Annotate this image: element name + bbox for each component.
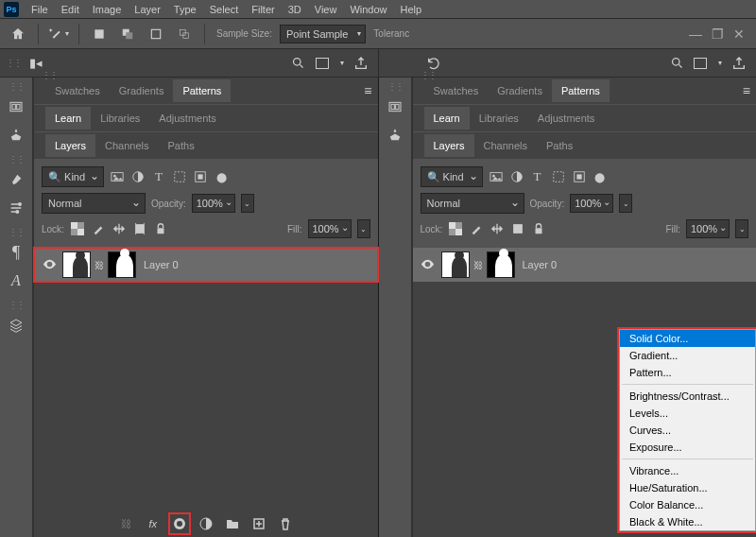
filter-type-icon[interactable]: T — [151, 169, 166, 184]
search-icon-2[interactable] — [669, 56, 684, 71]
camera-icon[interactable]: ▮◂ — [28, 56, 43, 71]
tool-layers-icon[interactable] — [3, 312, 29, 338]
tool-ship-icon[interactable] — [382, 122, 408, 148]
menu-exposure[interactable]: Exposure... — [620, 439, 755, 456]
menu-colorbalance[interactable]: Color Balance... — [620, 496, 755, 513]
fill-value[interactable]: 100% — [686, 219, 730, 238]
fx-icon[interactable]: fx — [146, 516, 161, 531]
tab-layers[interactable]: Layers — [424, 134, 474, 157]
menu-filter[interactable]: Filter — [245, 4, 281, 15]
tab-paths[interactable]: Paths — [537, 134, 582, 157]
menu-layer[interactable]: Layer — [128, 4, 167, 15]
panel-menu-icon[interactable]: ≡ — [364, 83, 371, 98]
fill-value[interactable]: 100% — [308, 219, 352, 238]
tab-layers[interactable]: Layers — [45, 134, 95, 157]
lock-artboard-icon[interactable] — [132, 221, 147, 236]
tool-glyph-icon[interactable]: A — [3, 268, 29, 294]
menu-help[interactable]: Help — [394, 4, 429, 15]
filter-toggle-icon[interactable]: ⬤ — [593, 169, 608, 184]
menu-window[interactable]: Window — [343, 4, 393, 15]
kind-filter-select[interactable]: 🔍 Kind — [421, 166, 483, 187]
filter-pixel-icon[interactable] — [489, 169, 504, 184]
lock-transparency-icon[interactable] — [70, 221, 85, 236]
menu-type[interactable]: Type — [167, 4, 203, 15]
subtract-icon[interactable] — [144, 22, 168, 46]
menu-file[interactable]: File — [25, 4, 55, 15]
filter-shape-icon[interactable] — [551, 169, 566, 184]
wand-tool-icon[interactable]: ▾ — [46, 22, 71, 46]
tab-patterns[interactable]: Patterns — [552, 79, 610, 102]
filter-shape-icon[interactable] — [172, 169, 187, 184]
trash-icon[interactable] — [278, 516, 293, 531]
grid-icon-2[interactable] — [694, 58, 707, 69]
lock-position-icon[interactable] — [112, 221, 127, 236]
blend-mode-select[interactable]: Normal — [42, 193, 146, 214]
lock-transparency-icon[interactable] — [448, 221, 463, 236]
tab-adjustments[interactable]: Adjustments — [149, 107, 226, 130]
tab-swatches[interactable]: Swatches — [45, 79, 110, 102]
blend-mode-select[interactable]: Normal — [421, 193, 524, 214]
tab-patterns[interactable]: Patterns — [173, 79, 231, 102]
panel-menu-icon[interactable]: ≡ — [743, 83, 750, 98]
undo-icon[interactable] — [426, 56, 441, 71]
tab-libraries[interactable]: Libraries — [470, 107, 528, 130]
layer-thumb[interactable] — [62, 251, 91, 278]
opacity-value[interactable]: 100% — [570, 194, 613, 213]
filter-smart-icon[interactable] — [193, 169, 208, 184]
group-icon[interactable] — [225, 516, 240, 531]
opacity-value[interactable]: 100% — [192, 194, 235, 213]
tool-brush-icon[interactable] — [3, 166, 29, 193]
visibility-icon[interactable] — [421, 257, 435, 273]
new-fill-adjustment-icon[interactable] — [172, 516, 187, 531]
menu-3d[interactable]: 3D — [282, 4, 308, 15]
fill-dropdown[interactable]: ⌄ — [357, 219, 370, 238]
menu-levels[interactable]: Levels... — [620, 405, 755, 422]
lock-position-icon[interactable] — [490, 221, 505, 236]
menu-hue[interactable]: Hue/Saturation... — [620, 479, 755, 496]
filter-adjust-icon[interactable] — [130, 169, 146, 184]
menu-view[interactable]: View — [308, 4, 344, 15]
filter-pixel-icon[interactable] — [110, 169, 125, 184]
opacity-dropdown[interactable]: ⌄ — [241, 194, 254, 213]
square-icon[interactable] — [87, 22, 112, 46]
visibility-icon[interactable] — [43, 257, 57, 273]
sample-size-select[interactable]: Point Sample — [280, 25, 366, 43]
tab-paths[interactable]: Paths — [159, 134, 204, 157]
intersect-icon[interactable] — [172, 22, 197, 46]
filter-smart-icon[interactable] — [572, 169, 587, 184]
tab-adjustments[interactable]: Adjustments — [528, 107, 605, 130]
minimize-button[interactable]: — — [689, 26, 702, 42]
tab-swatches[interactable]: Swatches — [424, 79, 489, 102]
layer-name[interactable]: Layer 0 — [523, 259, 558, 270]
kind-filter-select[interactable]: 🔍 Kind — [42, 166, 104, 187]
menu-select[interactable]: Select — [203, 4, 246, 15]
menu-bw[interactable]: Black & White... — [620, 513, 755, 530]
filter-toggle-icon[interactable]: ⬤ — [214, 169, 229, 184]
link-icon[interactable]: ⛓ — [473, 260, 483, 270]
menu-solid-color[interactable]: Solid Color... — [620, 330, 755, 347]
opacity-dropdown[interactable]: ⌄ — [619, 194, 632, 213]
tool-frame-icon[interactable] — [382, 94, 408, 120]
tab-gradients[interactable]: Gradients — [110, 79, 174, 102]
home-button[interactable] — [6, 22, 30, 46]
filter-adjust-icon[interactable] — [509, 169, 524, 184]
menu-pattern[interactable]: Pattern... — [620, 364, 755, 381]
close-button[interactable]: ✕ — [733, 26, 745, 42]
lock-artboard-icon[interactable] — [510, 221, 525, 236]
restore-button[interactable]: ❐ — [712, 26, 724, 42]
tab-libraries[interactable]: Libraries — [91, 107, 149, 130]
mask-thumb[interactable] — [108, 251, 136, 278]
lock-paint-icon[interactable] — [91, 221, 106, 236]
mask-thumb[interactable] — [487, 251, 515, 278]
search-icon[interactable] — [291, 56, 306, 71]
tool-sliders-icon[interactable] — [3, 195, 29, 221]
tab-channels[interactable]: Channels — [95, 134, 158, 157]
tool-ship-icon[interactable] — [3, 122, 29, 148]
lock-paint-icon[interactable] — [469, 221, 484, 236]
menu-edit[interactable]: Edit — [55, 4, 86, 15]
menu-brightness[interactable]: Brightness/Contrast... — [620, 388, 755, 405]
tab-learn[interactable]: Learn — [45, 107, 91, 130]
menu-image[interactable]: Image — [86, 4, 129, 15]
fill-dropdown[interactable]: ⌄ — [735, 219, 748, 238]
tab-gradients[interactable]: Gradients — [488, 79, 552, 102]
